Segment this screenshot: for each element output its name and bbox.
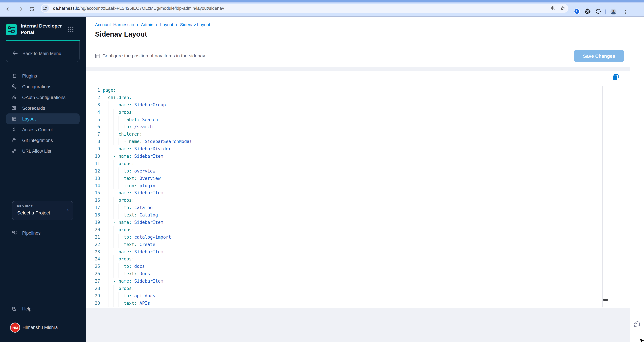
bottom-divider bbox=[0, 296, 86, 296]
zoom-icon[interactable] bbox=[550, 6, 556, 11]
indent-guide bbox=[103, 204, 108, 212]
breadcrumb-item[interactable]: Admin bbox=[141, 22, 153, 27]
breadcrumb-item[interactable]: Layout bbox=[160, 22, 173, 27]
code-line[interactable]: 26text: Docs bbox=[86, 270, 603, 278]
code-text: - name: SidebarItem bbox=[103, 153, 163, 160]
breadcrumb-item[interactable]: Sidenav Layout bbox=[180, 22, 210, 27]
forward-arrow-icon[interactable] bbox=[17, 6, 23, 12]
copy-icon[interactable] bbox=[612, 73, 620, 81]
code-line[interactable]: 10- name: SidebarItem bbox=[86, 153, 603, 160]
person-icon bbox=[11, 126, 17, 133]
help-row: ? Help bbox=[0, 304, 86, 314]
indent-guide bbox=[103, 175, 108, 182]
code-line[interactable]: 28props: bbox=[86, 285, 603, 292]
code-line[interactable]: 9- name: SidebarDivider bbox=[86, 145, 603, 153]
module-grid-icon[interactable] bbox=[68, 26, 74, 32]
sidebar-item-oauth-configurations[interactable]: OAuth Configurations bbox=[6, 92, 80, 103]
back-label: Back to Main Menu bbox=[22, 51, 61, 56]
sidebar-item-git-integrations[interactable]: Git Integrations bbox=[6, 135, 80, 146]
sidebar-item-label: Access Control bbox=[22, 127, 53, 132]
spinner-extension-icon[interactable] bbox=[584, 8, 590, 14]
indent-guide bbox=[108, 138, 113, 145]
sidebar-item-plugins[interactable]: Plugins bbox=[6, 70, 80, 81]
code-line[interactable]: 18text: Catalog bbox=[86, 211, 603, 219]
code-line[interactable]: 19- name: SidebarItem bbox=[86, 219, 603, 226]
link-icon bbox=[11, 148, 17, 154]
tab-strip bbox=[0, 0, 644, 2]
code-line[interactable]: 6to: /search bbox=[86, 123, 603, 131]
sidebar-item-pipelines[interactable]: Pipelines bbox=[6, 228, 80, 238]
url-text[interactable]: qa.harness.io/ng/account/zEaak-FLS425IEO… bbox=[53, 4, 224, 13]
project-selector[interactable]: PROJECT Select a Project › bbox=[12, 201, 73, 220]
code-line[interactable]: 23- name: SidebarItem bbox=[86, 248, 603, 256]
indent-guide bbox=[103, 256, 108, 263]
line-number: 15 bbox=[86, 189, 100, 197]
line-number: 26 bbox=[86, 270, 100, 278]
pipelines-label: Pipelines bbox=[22, 230, 41, 235]
back-arrow-icon[interactable] bbox=[5, 6, 12, 12]
code-line[interactable]: 21to: catalog-import bbox=[86, 234, 603, 241]
code-line[interactable]: 13text: Overview bbox=[86, 175, 603, 182]
indent-guide bbox=[113, 241, 118, 248]
code-line[interactable]: 24props: bbox=[86, 256, 603, 263]
yaml-editor-card[interactable]: 1page:2children:3- name: SidebarGroup4pr… bbox=[86, 71, 630, 308]
idp-logo bbox=[6, 24, 17, 35]
reload-icon[interactable] bbox=[29, 6, 35, 12]
code-line[interactable]: 17to: catalog bbox=[86, 204, 603, 212]
code-line[interactable]: 11props: bbox=[86, 160, 603, 167]
code-text: - name: SidebarSearchModal bbox=[103, 138, 192, 145]
onepassword-icon[interactable] bbox=[574, 8, 580, 14]
code-line[interactable]: 25to: docs bbox=[86, 263, 603, 270]
code-line[interactable]: 30text: APIs bbox=[86, 300, 603, 307]
code-line[interactable]: 5label: Search bbox=[86, 116, 603, 123]
kebab-menu-icon[interactable] bbox=[622, 9, 628, 15]
address-bar[interactable]: qa.harness.io/ng/account/zEaak-FLS425IEO… bbox=[41, 4, 568, 13]
bookmark-star-icon[interactable] bbox=[560, 6, 566, 11]
profile-avatar[interactable] bbox=[610, 9, 616, 15]
indent-guide bbox=[113, 197, 118, 204]
code-text: to: catalog bbox=[103, 204, 152, 212]
indent-guide bbox=[113, 138, 118, 145]
tune-icon[interactable] bbox=[42, 5, 49, 12]
indent-guide bbox=[118, 263, 124, 270]
sidebar-item-layout[interactable]: Layout bbox=[6, 113, 80, 124]
breadcrumb-separator: › bbox=[156, 22, 158, 27]
browser-chrome: qa.harness.io/ng/account/zEaak-FLS425IEO… bbox=[0, 0, 644, 17]
sidebar-item-access-control[interactable]: Access Control bbox=[6, 124, 80, 135]
code-line[interactable]: 14icon: plugin bbox=[86, 182, 603, 189]
back-to-main-menu[interactable]: Back to Main Menu bbox=[6, 49, 80, 58]
save-changes-button[interactable]: Save Changes bbox=[574, 50, 624, 62]
chat-support-icon[interactable] bbox=[632, 320, 641, 328]
sidebar-item-scorecards[interactable]: Scorecards bbox=[6, 103, 80, 113]
indent-guide bbox=[108, 109, 113, 116]
indent-guide bbox=[108, 204, 113, 212]
code-line[interactable]: 2children: bbox=[86, 94, 603, 101]
code-line[interactable]: 27- name: SidebarItem bbox=[86, 278, 603, 285]
code-line[interactable]: 29to: api-docs bbox=[86, 292, 603, 300]
indent-guide bbox=[103, 197, 108, 204]
editor-scrollbar-thumb[interactable] bbox=[603, 299, 608, 301]
sidebar-item-url-allow-list[interactable]: URL Allow List bbox=[6, 146, 80, 156]
product-name: Internal Developer Portal bbox=[21, 23, 68, 35]
code-line[interactable]: 8- name: SidebarSearchModal bbox=[86, 138, 603, 145]
sidebar-item-configurations[interactable]: Configurations bbox=[6, 81, 80, 92]
user-menu[interactable]: HM Himanshu Mishra bbox=[11, 323, 82, 332]
code-line[interactable]: 16props: bbox=[86, 197, 603, 204]
sidebar-item-help[interactable]: ? Help bbox=[6, 304, 80, 314]
indent-guide bbox=[118, 300, 124, 307]
code-line[interactable]: 4props: bbox=[86, 109, 603, 116]
indent-guide bbox=[113, 109, 118, 116]
code-text: label: Search bbox=[103, 116, 158, 123]
code-line[interactable]: 3- name: SidebarGroup bbox=[86, 101, 603, 109]
indent-guide bbox=[113, 175, 118, 182]
sidebar-item-label: URL Allow List bbox=[22, 148, 51, 154]
code-line[interactable]: 22text: Create bbox=[86, 241, 603, 248]
breadcrumb-item[interactable]: Account: Harness.io bbox=[95, 22, 134, 27]
indent-guide bbox=[103, 270, 108, 278]
code-line[interactable]: 20props: bbox=[86, 226, 603, 234]
extensions-puzzle-icon[interactable] bbox=[595, 8, 601, 14]
code-line[interactable]: 15- name: SidebarItem bbox=[86, 189, 603, 197]
code-line[interactable]: 12to: overview bbox=[86, 167, 603, 175]
code-line[interactable]: 1page: bbox=[86, 87, 603, 94]
code-line[interactable]: 7children: bbox=[86, 131, 603, 138]
